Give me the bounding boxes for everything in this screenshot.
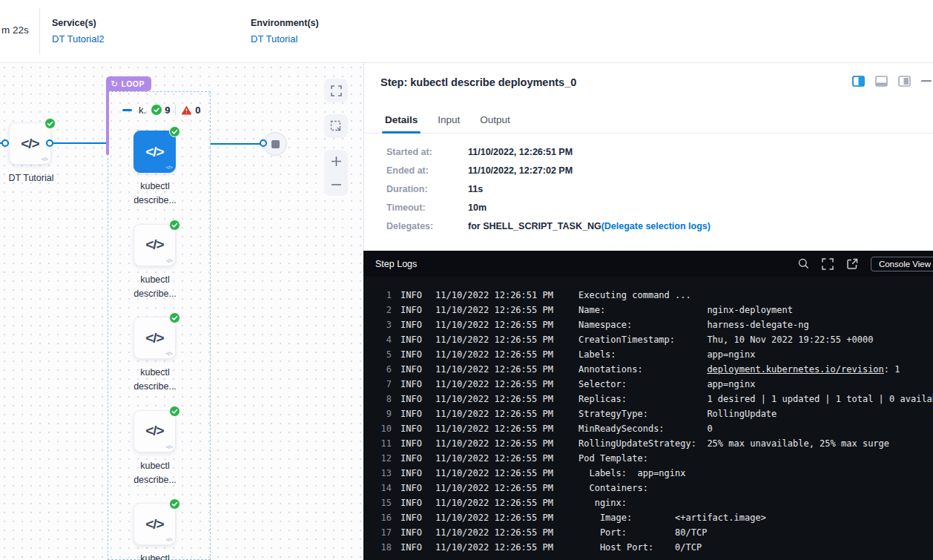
pipeline-graph-canvas[interactable]: ↻ LOOP k. 9 0 </> </> DT Tutorial </></>… (0, 63, 363, 560)
code-mini-icon: </> (165, 536, 172, 543)
log-timestamp: 11/10/2022 12:26:55 PM (435, 347, 578, 362)
log-line-number: 13 (375, 466, 392, 481)
log-line: 16INFO11/10/2022 12:26:55 PM Image: <+ar… (375, 510, 933, 525)
success-count: 9 (165, 105, 170, 116)
pipeline-duration: m 22s (1, 24, 29, 36)
connector-port[interactable] (46, 139, 53, 147)
log-line-number: 12 (375, 451, 392, 466)
success-count-icon (151, 105, 162, 115)
canvas-fit-view-button[interactable] (324, 114, 348, 138)
log-level: INFO (400, 332, 427, 347)
log-line: 12INFO11/10/2022 12:26:55 PMPod Template… (375, 451, 933, 466)
zoom-out-button[interactable] (324, 173, 348, 196)
edge-loop-to-end (211, 143, 266, 145)
log-level: INFO (400, 495, 427, 510)
tab-input[interactable]: Input (438, 114, 460, 133)
service-link[interactable]: DT Tutorial2 (52, 33, 105, 45)
log-message: Labels: app=nginx (578, 466, 933, 481)
log-timestamp: 11/10/2022 12:26:55 PM (435, 481, 578, 495)
log-annotation-link[interactable]: deployment.kubernetes.io/revision (707, 364, 883, 375)
success-status-icon (169, 126, 180, 137)
code-mini-icon: </> (165, 444, 172, 450)
code-mini-icon: </> (165, 164, 172, 171)
detail-label: Timeout: (386, 202, 468, 213)
code-icon: </> (145, 237, 163, 253)
tab-output[interactable]: Output (480, 114, 510, 133)
log-line: 5INFO11/10/2022 12:26:55 PMLabels: app=n… (375, 347, 933, 362)
log-line: 14INFO11/10/2022 12:26:55 PM Containers: (375, 481, 933, 495)
node-label-dt-tutorial: DT Tutorial (0, 171, 76, 185)
log-timestamp: 11/10/2022 12:26:55 PM (435, 540, 578, 555)
canvas-fullscreen-button[interactable] (324, 79, 348, 102)
log-level: INFO (400, 421, 427, 436)
log-level: INFO (400, 362, 427, 377)
log-line-number: 11 (375, 436, 392, 451)
log-line-number: 14 (375, 481, 392, 495)
log-timestamp: 11/10/2022 12:26:55 PM (435, 317, 578, 332)
log-level: INFO (400, 481, 427, 495)
log-message: Pod Template: (578, 451, 933, 466)
log-line: 11INFO11/10/2022 12:26:55 PMRollingUpdat… (375, 436, 933, 451)
step-title: Step: kubectl describe deployments_0 (380, 76, 576, 88)
log-timestamp: 11/10/2022 12:26:55 PM (435, 436, 578, 451)
node-label-kubectl-describe: kubectldescribe... (111, 552, 200, 560)
code-icon: </> (21, 136, 39, 152)
log-message: nginx: (578, 495, 933, 510)
log-level: INFO (400, 317, 427, 332)
environments-block: Environment(s) DT Tutorial (251, 18, 319, 45)
success-status-icon (169, 220, 180, 231)
log-level: INFO (400, 392, 427, 406)
collapse-group-icon[interactable] (122, 109, 132, 111)
log-level: INFO (400, 406, 427, 421)
tab-details[interactable]: Details (385, 114, 418, 133)
stop-icon (271, 140, 280, 148)
log-line-number: 16 (375, 510, 392, 525)
success-status-icon (44, 118, 56, 129)
minimize-panel-icon[interactable] (921, 80, 932, 82)
zoom-in-button[interactable] (324, 150, 348, 173)
loop-badge[interactable]: ↻ LOOP (106, 76, 151, 91)
log-timestamp: 11/10/2022 12:26:55 PM (435, 525, 578, 540)
step-logs-panel: Step Logs Console View 1INFO11/10/2022 1… (363, 251, 933, 560)
search-icon[interactable] (798, 258, 809, 269)
layout-split-vertical-icon[interactable] (852, 76, 865, 87)
success-status-icon (169, 312, 180, 323)
log-line: 13INFO11/10/2022 12:26:55 PM Labels: app… (375, 466, 933, 481)
log-message: Labels: app=nginx (578, 347, 933, 362)
delegate-selection-logs-link[interactable]: (Delegate selection logs) (601, 221, 711, 231)
environment-link[interactable]: DT Tutorial (251, 33, 319, 45)
logs-console[interactable]: 1INFO11/10/2022 12:26:51 PMExecuting com… (363, 277, 933, 560)
code-mini-icon: </> (165, 350, 172, 357)
log-message: StrategyType: RollingUpdate (578, 406, 933, 421)
console-view-button[interactable]: Console View (871, 257, 933, 271)
detail-value: for SHELL_SCRIPT_TASK_NG (468, 221, 601, 231)
log-timestamp: 11/10/2022 12:26:55 PM (435, 510, 578, 525)
execution-header-bar: m 22s Service(s) DT Tutorial2 Environmen… (0, 0, 933, 63)
node-label-kubectl-describe: kubectldescribe... (111, 179, 200, 208)
detail-rows: Started at:11/10/2022, 12:26:51 PMEnded … (386, 147, 711, 240)
log-line: 3INFO11/10/2022 12:26:55 PMNamespace: ha… (375, 317, 933, 332)
log-timestamp: 11/10/2022 12:26:55 PM (435, 362, 578, 377)
log-message: Port: 80/TCP (578, 525, 933, 540)
log-line: 1INFO11/10/2022 12:26:51 PMExecuting com… (375, 288, 933, 303)
log-timestamp: 11/10/2022 12:26:55 PM (435, 466, 578, 481)
details-tabs: DetailsInputOutput (364, 108, 933, 134)
layout-split-horizontal-icon[interactable] (875, 76, 888, 87)
log-line-number: 8 (375, 392, 392, 406)
layout-panel-right-icon[interactable] (898, 76, 911, 87)
connector-port[interactable] (260, 139, 267, 147)
header-divider (39, 8, 40, 55)
detail-label: Duration: (386, 184, 468, 194)
log-timestamp: 11/10/2022 12:26:55 PM (435, 451, 578, 466)
log-timestamp: 11/10/2022 12:26:55 PM (435, 406, 578, 421)
code-mini-icon: </> (165, 257, 172, 264)
log-level: INFO (400, 377, 427, 392)
log-line: 6INFO11/10/2022 12:26:55 PMAnnotations: … (375, 362, 933, 377)
open-in-new-tab-icon[interactable] (846, 258, 858, 270)
logs-fullscreen-icon[interactable] (822, 258, 834, 270)
loop-group-header: k. 9 0 (122, 103, 201, 116)
log-line-number: 4 (375, 332, 392, 347)
connector-port[interactable] (1, 139, 9, 147)
detail-label: Delegates: (386, 221, 468, 231)
log-line: 4INFO11/10/2022 12:26:55 PMCreationTimes… (375, 332, 933, 347)
